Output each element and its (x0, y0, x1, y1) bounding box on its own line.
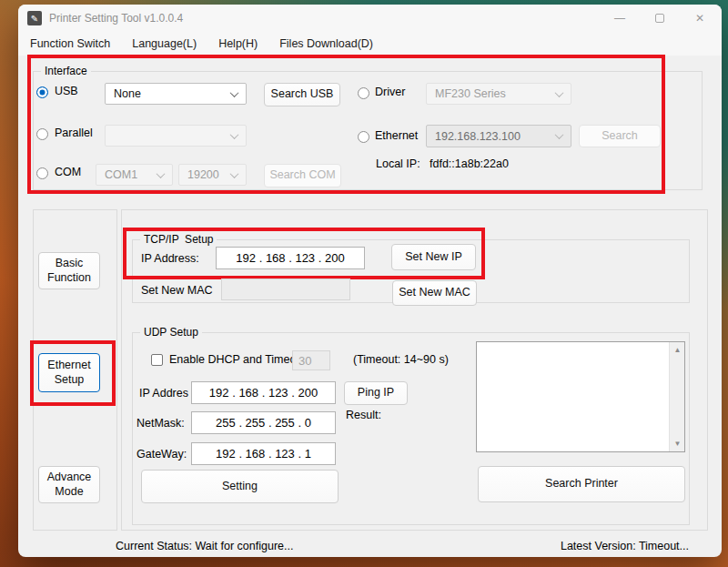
menu-bar: Function Switch Language(L) Help(H) File… (18, 32, 722, 56)
printer-list-box[interactable]: ▲ ▼ (476, 341, 685, 452)
mac-input (221, 278, 350, 300)
app-icon: ✎ (27, 11, 42, 25)
set-new-mac-button[interactable]: Set New MAC (392, 280, 477, 306)
netmask-label: NetMask: (136, 417, 185, 430)
usb-radio[interactable] (36, 86, 48, 98)
status-current: Current Status: Wait for configure... (116, 540, 293, 552)
udp-group-label: UDP Setup (140, 326, 202, 339)
local-ip-label: Local IP: (376, 157, 420, 170)
driver-dropdown: MF230 Series (426, 83, 571, 105)
com-label: COM (55, 166, 81, 178)
ip-address-label: IP Address: (141, 252, 199, 265)
scrollbar[interactable]: ▲ ▼ (669, 342, 684, 451)
ip-address-input[interactable]: 192 . 168 . 123 . 200 (216, 247, 365, 269)
menu-language[interactable]: Language(L) (132, 37, 197, 50)
tcpip-group-label: TCP/IP Setup (140, 233, 217, 246)
chevron-down-icon (230, 169, 239, 178)
window-title: Printer Setting Tool v1.0.0.4 (49, 12, 183, 25)
setting-button[interactable]: Setting (141, 470, 339, 503)
ping-ip-button[interactable]: Ping IP (344, 381, 408, 405)
netmask-input[interactable]: 255 . 255 . 255 . 0 (191, 411, 336, 434)
com-baud-value: 19200 (187, 168, 219, 181)
udp-ip-input[interactable]: 192 . 168 . 123 . 200 (191, 381, 336, 404)
menu-function-switch[interactable]: Function Switch (30, 37, 110, 50)
maximize-button[interactable] (640, 5, 680, 32)
menu-files-download[interactable]: Files Download(D) (279, 37, 373, 50)
com-radio[interactable] (36, 167, 48, 179)
result-label: Result: (346, 409, 381, 421)
driver-value: MF230 Series (435, 87, 506, 100)
sidebar-basic-function-button[interactable]: Basic Function (38, 252, 100, 289)
printer-setting-tool-window: ✎ Printer Setting Tool v1.0.0.4 — ✕ Func… (18, 5, 722, 557)
com-baud-dropdown: 19200 (178, 164, 247, 186)
enable-dhcp-label: Enable DHCP and Timeout (169, 353, 306, 366)
usb-device-value: None (114, 87, 141, 100)
udp-ip-label: IP Addres (139, 387, 188, 400)
sidebar-ethernet-setup-button[interactable]: Ethernet Setup (38, 353, 100, 392)
usb-device-dropdown[interactable]: None (105, 83, 247, 105)
driver-radio[interactable] (358, 87, 369, 99)
minimize-icon: — (614, 12, 625, 25)
set-new-mac-label: Set New MAC (141, 284, 213, 297)
parallel-dropdown (105, 125, 247, 147)
enable-dhcp-checkbox[interactable] (151, 354, 163, 366)
close-button[interactable]: ✕ (680, 5, 720, 32)
close-icon: ✕ (695, 12, 704, 25)
minimize-button[interactable]: — (600, 5, 640, 32)
parallel-label: Parallel (55, 127, 93, 139)
maximize-icon (655, 14, 664, 23)
sidebar-advance-mode-button[interactable]: Advance Mode (38, 466, 100, 503)
usb-label: USB (55, 85, 78, 97)
ethernet-radio[interactable] (358, 131, 369, 143)
chevron-down-icon (230, 88, 239, 97)
chevron-down-icon (157, 169, 166, 178)
search-com-button: Search COM (264, 164, 341, 187)
chevron-down-icon (555, 130, 564, 139)
dhcp-timeout-input: 30 (292, 350, 330, 370)
chevron-down-icon (230, 130, 239, 139)
scroll-up-icon[interactable]: ▲ (670, 342, 685, 358)
ethernet-label: Ethernet (375, 129, 418, 142)
search-ethernet-button: Search (579, 125, 661, 147)
title-bar: ✎ Printer Setting Tool v1.0.0.4 — ✕ (18, 5, 722, 32)
com-port-dropdown: COM1 (96, 164, 173, 186)
timeout-hint-label: (Timeout: 14~90 s) (353, 353, 449, 366)
scroll-down-icon[interactable]: ▼ (670, 436, 685, 451)
set-new-ip-button[interactable]: Set New IP (391, 244, 476, 270)
chevron-down-icon (555, 88, 564, 97)
gateway-input[interactable]: 192 . 168 . 123 . 1 (191, 442, 336, 465)
gateway-label: GateWay: (136, 448, 187, 461)
app-icon-glyph: ✎ (31, 14, 38, 24)
local-ip-value: fdfd::1a8b:22a0 (430, 157, 509, 170)
search-usb-button[interactable]: Search USB (264, 83, 340, 106)
interface-group-label: Interface (41, 65, 91, 77)
status-latest-version: Latest Version: Timeout... (561, 540, 689, 552)
ethernet-ip-dropdown: 192.168.123.100 (426, 125, 571, 147)
menu-help[interactable]: Help(H) (218, 37, 258, 50)
window-controls: — ✕ (600, 5, 720, 32)
search-printer-button[interactable]: Search Printer (478, 466, 685, 502)
parallel-radio[interactable] (36, 128, 48, 140)
ethernet-ip-value: 192.168.123.100 (435, 130, 521, 143)
com-port-value: COM1 (105, 168, 137, 181)
driver-label: Driver (375, 86, 405, 98)
